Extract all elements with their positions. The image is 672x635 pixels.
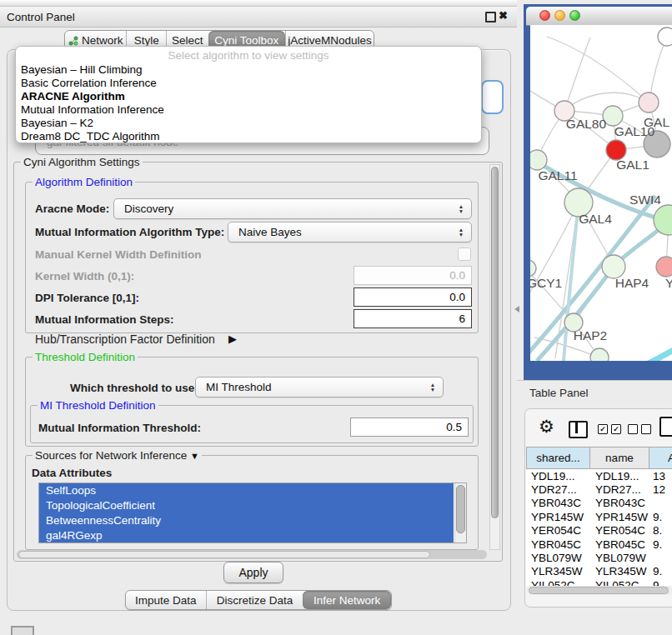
minimize-window-button[interactable] (554, 10, 565, 21)
cell[interactable]: YER054C (526, 524, 590, 537)
mi-steps-field[interactable]: 6 (354, 309, 472, 328)
which-threshold-combobox[interactable]: MI Threshold ▲ ▼ (195, 377, 444, 398)
network-window: GAL GAL80 GAL10 GAL1 GAL11 GAL4 SWI4 GCY… (524, 4, 672, 380)
algorithm-option[interactable]: Bayesian – K2 (16, 117, 481, 130)
cell[interactable]: YIL052C (590, 579, 649, 586)
list-item[interactable]: SelfLoops (39, 483, 454, 498)
algorithm-option[interactable]: Mutual Information Inference (16, 103, 481, 117)
table-row[interactable]: YDL19... YDL19... 13 (526, 469, 672, 482)
cell[interactable]: YPR145W (526, 511, 590, 523)
cell[interactable]: YDL19... (526, 470, 590, 482)
algorithm-option-selected[interactable]: ARACNE Algorithm (16, 90, 481, 103)
mi-algorithm-type-combobox[interactable]: Naive Bayes ▲ ▼ (228, 222, 472, 242)
column-header-name[interactable]: name (589, 447, 649, 469)
table-row[interactable]: YPR145W YPR145W 9. (526, 510, 672, 523)
node-gal-partial[interactable] (639, 92, 659, 112)
table-horizontal-scrollbar-thumb[interactable] (529, 587, 669, 594)
node-gal11[interactable] (530, 150, 547, 170)
gear-icon[interactable]: ⚙ (539, 417, 554, 437)
cell[interactable]: YPR145W (590, 511, 649, 523)
list-item[interactable]: BetweennessCentrality (39, 513, 454, 528)
mi-threshold-field[interactable]: 0.5 (350, 418, 469, 437)
settings-horizontal-scrollbar-thumb[interactable] (18, 551, 430, 558)
cell[interactable]: YER054C (590, 524, 649, 537)
list-item[interactable]: gal4RGexp (39, 528, 454, 543)
control-panel-titlebar (0, 7, 517, 28)
table-row[interactable]: YER054C YER054C 8. (526, 524, 672, 538)
settings-horizontal-scrollbar[interactable] (17, 550, 487, 559)
algorithm-option[interactable]: Basic Correlation Inference (16, 77, 481, 90)
table-row[interactable]: YLR345W YLR345W 9. (526, 565, 672, 578)
checkbox-checked-icon[interactable]: ✓ (611, 424, 621, 434)
algorithm-option[interactable]: Bayesian – Hill Climbing (16, 63, 481, 77)
checkbox-unchecked-icon[interactable] (641, 424, 651, 434)
table-row[interactable]: YIL052C YIL052C 9 (526, 578, 672, 586)
dpi-tolerance-field[interactable]: 0.0 (354, 288, 472, 307)
cell[interactable]: YBR043C (526, 497, 590, 509)
apply-button[interactable]: Apply (223, 562, 283, 583)
cell[interactable]: 12 (649, 483, 665, 496)
list-item[interactable]: TopologicalCoefficient (39, 498, 454, 513)
cell[interactable]: 13 (649, 470, 665, 482)
cell[interactable]: YDR27... (526, 483, 590, 496)
cell[interactable]: YBL079W (526, 552, 590, 564)
settings-vertical-scrollbar[interactable] (489, 164, 500, 550)
settings-vertical-scrollbar-thumb[interactable] (491, 167, 499, 518)
close-window-button[interactable] (539, 10, 550, 21)
algorithm-option[interactable]: Dream8 DC_TDC Algorithm (16, 130, 481, 143)
column-view-icon[interactable] (569, 421, 588, 438)
table-row[interactable]: YBR043C YBR043C (526, 497, 672, 510)
checkbox-checked-icon[interactable]: ✓ (598, 424, 608, 434)
cell[interactable]: YBR045C (590, 538, 649, 551)
cell[interactable]: YBR045C (526, 538, 590, 551)
cell[interactable]: 9. (649, 565, 662, 578)
manual-kernel-width-checkbox[interactable] (458, 248, 471, 261)
table-row[interactable]: YBR045C YBR045C 9. (526, 538, 672, 551)
attributes-list-scrollbar-thumb[interactable] (456, 485, 465, 533)
node[interactable] (590, 348, 609, 361)
table-horizontal-scrollbar[interactable] (527, 586, 672, 595)
tab-infer-network[interactable]: Infer Network (303, 591, 391, 609)
cell[interactable]: 9. (649, 511, 662, 523)
column-header-shared-name[interactable]: shared... (526, 447, 590, 469)
table-row[interactable]: YBL079W YBL079W (526, 551, 672, 564)
cell[interactable]: YBR043C (590, 497, 649, 509)
node-label: GAL4 (579, 212, 612, 226)
minimized-window-icon[interactable] (11, 626, 34, 635)
tab-impute-data[interactable]: Impute Data (126, 591, 206, 609)
expand-down-icon[interactable]: ▼ (190, 451, 199, 461)
close-icon[interactable]: ✖ (499, 9, 508, 22)
cell[interactable]: 9 (649, 579, 659, 586)
node-label: GAL80 (566, 117, 607, 131)
float-window-icon[interactable] (485, 12, 496, 22)
table-row[interactable]: YDR27... YDR27... 12 (526, 482, 672, 496)
cell[interactable]: YDL19... (590, 470, 649, 482)
mi-threshold-definition-title: MI Threshold Definition (38, 399, 158, 412)
cell[interactable]: YBL079W (590, 552, 649, 564)
aracne-mode-combobox[interactable]: Discovery ▲ ▼ (113, 198, 472, 219)
node[interactable] (658, 28, 672, 46)
checkbox-unchecked-icon[interactable] (628, 424, 638, 434)
network-window-titlebar[interactable] (526, 7, 672, 26)
panel-splitter-handle[interactable] (514, 306, 519, 312)
cell[interactable]: 9. (649, 538, 662, 551)
tab-discretize-data[interactable]: Discretize Data (206, 591, 303, 609)
cell[interactable]: YLR345W (590, 565, 649, 578)
attributes-list-scrollbar[interactable] (454, 483, 466, 542)
cell[interactable]: YIL052C (526, 579, 590, 586)
node-hap4[interactable] (602, 255, 625, 278)
data-attributes-list[interactable]: SelfLoops TopologicalCoefficient Between… (38, 482, 467, 543)
cell[interactable]: YDR27... (590, 483, 649, 496)
collapse-right-icon[interactable]: ▶ (228, 332, 237, 345)
kernel-width-field[interactable]: 0.0 (354, 266, 472, 285)
zoom-window-button[interactable] (569, 10, 580, 21)
node-label: GCY1 (530, 276, 562, 290)
document-icon[interactable] (659, 417, 672, 437)
node-gcy1[interactable] (530, 260, 536, 277)
node-y-partial[interactable] (656, 257, 672, 277)
kernel-width-label: Kernel Width (0,1): (35, 270, 134, 282)
cell[interactable]: 8. (649, 524, 662, 537)
column-header-partial[interactable]: A (649, 447, 672, 469)
network-canvas[interactable]: GAL GAL80 GAL10 GAL1 GAL11 GAL4 SWI4 GCY… (530, 25, 672, 361)
cell[interactable]: YLR345W (526, 565, 590, 578)
